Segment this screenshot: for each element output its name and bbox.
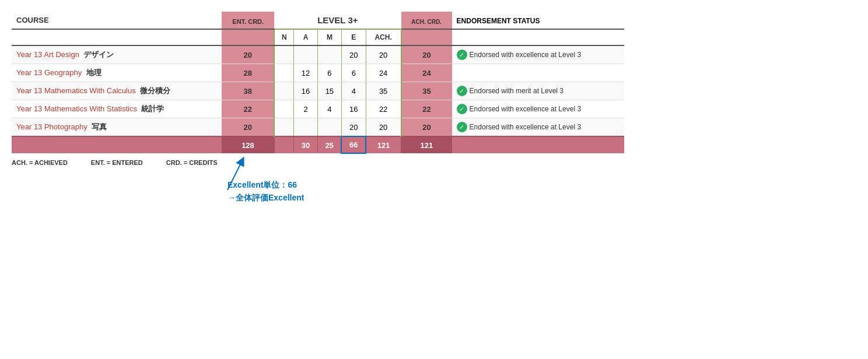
course-en: Year 13 Photography (16, 122, 88, 131)
ach-crd-header: ACH. CRD. (401, 12, 452, 29)
course-en: Year 13 Mathematics With Calculus (16, 86, 136, 95)
key-ach: ACH. = ACHIEVED (12, 159, 68, 167)
check-icon: ✓ (457, 86, 467, 96)
endorsement-text: Endorsed with excellence at Level 3 (470, 123, 581, 131)
table-body: Year 13 Art Design デザイン20202020✓Endorsed… (12, 45, 624, 136)
endorsement-text: Endorsed with excellence at Level 3 (470, 51, 581, 59)
table-row: Year 13 Mathematics With Statistics 統計学2… (12, 100, 624, 118)
e-val: 20 (341, 118, 366, 137)
ach-crd-val: 22 (401, 100, 452, 118)
n-val (274, 118, 294, 137)
total-ach: 121 (366, 136, 401, 153)
ent-crd-val: 20 (222, 45, 274, 64)
ach-val: 35 (366, 82, 401, 100)
grades-table: COURSE ENT. CRD. LEVEL 3+ ACH. CRD. ENDO… (12, 12, 624, 154)
ach-header: ACH. (366, 29, 401, 45)
total-ach-crd: 121 (401, 136, 452, 153)
m-header: M (317, 29, 341, 45)
course-en: Year 13 Art Design (16, 50, 79, 59)
course-label-spacer (12, 29, 222, 45)
annotation-text: Excellent単位：66 →全体評価Excellent (228, 178, 624, 205)
total-a: 30 (294, 136, 318, 153)
table-footer: 128 30 25 66 121 121 (12, 136, 624, 153)
ach-crd-val: 24 (401, 64, 452, 82)
annotation-arrow-svg (210, 149, 257, 196)
course-jp: 地理 (86, 68, 102, 77)
course-cell: Year 13 Mathematics With Calculus 微分積分 (12, 82, 222, 100)
ach-val: 20 (366, 118, 401, 137)
total-m: 25 (317, 136, 341, 153)
course-jp: 微分積分 (140, 86, 170, 95)
endorsement-cell: ✓Endorsed with excellence at Level 3 (452, 100, 624, 118)
n-val (274, 45, 294, 64)
header-labels-row: N A M E ACH. (12, 29, 624, 45)
ach-crd-val: 20 (401, 118, 452, 137)
n-val (274, 82, 294, 100)
m-val (317, 45, 341, 64)
endorsement-cell: ✓Endorsed with merit at Level 3 (452, 82, 624, 100)
course-en: Year 13 Mathematics With Statistics (16, 104, 137, 113)
table-row: Year 13 Geography 地理2812662424 (12, 64, 624, 82)
ent-crd-header: ENT. CRD. (222, 12, 274, 29)
course-cell: Year 13 Geography 地理 (12, 64, 222, 82)
course-cell: Year 13 Art Design デザイン (12, 45, 222, 64)
annotation-line1: Excellent単位：66 (228, 178, 624, 191)
ach-crd-val: 35 (401, 82, 452, 100)
main-container: COURSE ENT. CRD. LEVEL 3+ ACH. CRD. ENDO… (12, 12, 624, 205)
table-row: Year 13 Mathematics With Calculus 微分積分38… (12, 82, 624, 100)
endorsement-label-spacer (452, 29, 624, 45)
course-cell: Year 13 Photography 写真 (12, 118, 222, 137)
e-header: E (341, 29, 366, 45)
endorsement-cell: ✓Endorsed with excellence at Level 3 (452, 45, 624, 64)
n-val (274, 64, 294, 82)
check-icon: ✓ (457, 122, 467, 132)
key-row: ACH. = ACHIEVED ENT. = ENTERED CRD. = CR… (12, 159, 624, 167)
ach-val: 20 (366, 45, 401, 64)
check-icon: ✓ (457, 50, 467, 60)
table-row: Year 13 Art Design デザイン20202020✓Endorsed… (12, 45, 624, 64)
ent-crd-val: 20 (222, 118, 274, 137)
course-en: Year 13 Geography (16, 68, 82, 77)
n-header: N (274, 29, 294, 45)
svg-line-0 (228, 161, 242, 190)
ent-crd-label (222, 29, 274, 45)
key-ent: ENT. = ENTERED (91, 159, 143, 167)
annotation-line2: →全体評価Excellent (228, 191, 624, 204)
endorsement-cell (452, 64, 624, 82)
n-val (274, 100, 294, 118)
ent-crd-val: 28 (222, 64, 274, 82)
course-jp: デザイン (83, 50, 114, 59)
total-label (12, 136, 222, 153)
e-val: 16 (341, 100, 366, 118)
a-val: 2 (294, 100, 318, 118)
a-val (294, 118, 318, 137)
check-icon: ✓ (457, 104, 467, 114)
e-val: 20 (341, 45, 366, 64)
course-cell: Year 13 Mathematics With Statistics 統計学 (12, 100, 222, 118)
ach-crd-label (401, 29, 452, 45)
a-header: A (294, 29, 318, 45)
ent-crd-val: 38 (222, 82, 274, 100)
ach-val: 24 (366, 64, 401, 82)
total-n (274, 136, 294, 153)
m-val: 6 (317, 64, 341, 82)
e-val: 4 (341, 82, 366, 100)
ach-crd-val: 20 (401, 45, 452, 64)
ach-val: 22 (366, 100, 401, 118)
total-row: 128 30 25 66 121 121 (12, 136, 624, 153)
a-val (294, 45, 318, 64)
m-val: 4 (317, 100, 341, 118)
a-val: 16 (294, 82, 318, 100)
endorsement-text: Endorsed with merit at Level 3 (470, 87, 564, 95)
ent-crd-val: 22 (222, 100, 274, 118)
level3-header: LEVEL 3+ (274, 12, 401, 29)
total-endorsement-empty (452, 136, 624, 153)
a-val: 12 (294, 64, 318, 82)
total-e: 66 (341, 136, 366, 153)
course-jp: 統計学 (141, 104, 164, 113)
endorsement-text: Endorsed with excellence at Level 3 (470, 105, 581, 113)
e-val: 6 (341, 64, 366, 82)
table-row: Year 13 Photography 写真20202020✓Endorsed … (12, 118, 624, 137)
header-top-row: COURSE ENT. CRD. LEVEL 3+ ACH. CRD. ENDO… (12, 12, 624, 29)
course-jp: 写真 (92, 122, 107, 131)
